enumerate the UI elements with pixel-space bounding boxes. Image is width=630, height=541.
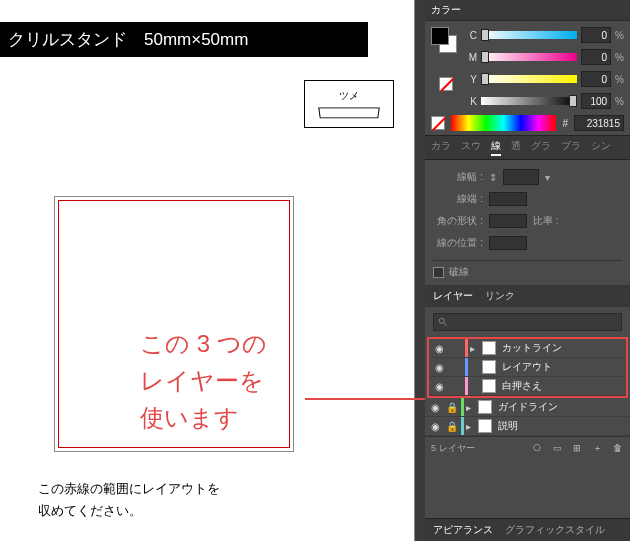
tab-color[interactable]: カラ: [431, 139, 451, 156]
caption-line1: この赤線の範囲にレイアウトを: [38, 478, 220, 500]
color-panel: C 0 % M 0 % Y 0 % K: [425, 21, 630, 135]
dash-checkbox[interactable]: [433, 267, 444, 278]
none-swatch-icon[interactable]: [439, 77, 453, 91]
fill-stroke-swatch[interactable]: [431, 27, 457, 53]
layer-row-shiroosae[interactable]: ◉ 白押さえ: [429, 377, 626, 396]
expand-caret-icon[interactable]: ▸: [470, 343, 480, 354]
create-sublayer-icon[interactable]: ⊞: [570, 441, 584, 455]
hex-value[interactable]: 231815: [574, 115, 624, 131]
locate-object-icon[interactable]: ⎔: [530, 441, 544, 455]
layer-name[interactable]: 白押さえ: [498, 379, 542, 393]
stroke-corner-label: 角の形状 :: [433, 214, 483, 228]
cyan-pct: %: [615, 30, 624, 41]
layers-panel-tabs: レイヤー リンク: [425, 285, 630, 307]
layer-row-layout[interactable]: ◉ レイアウト: [429, 358, 626, 377]
dash-label: 破線: [449, 265, 469, 279]
color-panel-title: カラー: [431, 3, 461, 17]
visibility-toggle-icon[interactable]: ◉: [427, 421, 443, 432]
tab-graphic-styles[interactable]: グラフィックスタイル: [505, 523, 605, 537]
layer-thumbnail: [478, 419, 492, 433]
canvas-area[interactable]: クリルスタンド 50mm×50mm ツメ この 3 つの レイヤーを 使います …: [0, 0, 425, 541]
layers-footer: 5 レイヤー ⎔ ▭ ⊞ ＋ 🗑: [425, 436, 630, 459]
tab-gradient[interactable]: グラ: [531, 139, 551, 156]
layer-row-guideline[interactable]: ◉ 🔒 ▸ ガイドライン: [425, 398, 630, 417]
visibility-toggle-icon[interactable]: ◉: [427, 402, 443, 413]
stroke-width-stepper-icon[interactable]: ⇕: [489, 172, 497, 183]
visibility-toggle-icon[interactable]: ◉: [431, 343, 447, 354]
layer-name[interactable]: ガイドライン: [494, 400, 558, 414]
tab-symbols[interactable]: シン: [591, 139, 611, 156]
cyan-value[interactable]: 0: [581, 27, 611, 43]
yellow-label: Y: [467, 74, 477, 85]
annotation-text: この 3 つの レイヤーを 使います: [140, 325, 267, 437]
magenta-slider-row: M 0 %: [467, 49, 624, 65]
tab-layers[interactable]: レイヤー: [433, 289, 473, 303]
layer-thumbnail: [482, 341, 496, 355]
expand-caret-icon[interactable]: ▸: [466, 421, 476, 432]
tab-appearance[interactable]: アピアランス: [433, 523, 493, 537]
delete-layer-icon[interactable]: 🗑: [610, 441, 624, 455]
panels-dock: カラー C 0 % M 0: [425, 0, 630, 541]
visibility-toggle-icon[interactable]: ◉: [431, 362, 447, 373]
cyan-label: C: [467, 30, 477, 41]
expand-caret-icon[interactable]: ▸: [466, 402, 476, 413]
tab-stroke[interactable]: 線: [491, 139, 501, 156]
doc-title-bar: クリルスタンド 50mm×50mm: [0, 22, 368, 57]
layer-search-input[interactable]: [433, 313, 622, 331]
cyan-slider-row: C 0 %: [467, 27, 624, 43]
stroke-cap-picker[interactable]: [489, 192, 527, 206]
stroke-panel-tabs: カラ スウ 線 透 グラ ブラ シン: [425, 135, 630, 160]
yellow-slider-row: Y 0 %: [467, 71, 624, 87]
svg-point-0: [439, 318, 444, 323]
visibility-toggle-icon[interactable]: ◉: [431, 381, 447, 392]
layer-thumbnail: [482, 360, 496, 374]
layer-name[interactable]: 説明: [494, 419, 518, 433]
tab-transparency[interactable]: 透: [511, 139, 521, 156]
layer-color-icon: [461, 417, 464, 435]
lock-icon[interactable]: 🔒: [445, 421, 459, 432]
layer-color-icon: [465, 339, 468, 357]
tab-swatches[interactable]: スウ: [461, 139, 481, 156]
layer-color-icon: [465, 358, 468, 376]
layer-name[interactable]: レイアウト: [498, 360, 552, 374]
annotation-pointer-line: [305, 398, 425, 400]
stroke-ratio-label: 比率 :: [533, 214, 559, 228]
tab-brushes[interactable]: ブラ: [561, 139, 581, 156]
stroke-align-picker[interactable]: [489, 236, 527, 250]
search-icon: [438, 317, 448, 327]
make-clipping-mask-icon[interactable]: ▭: [550, 441, 564, 455]
none-color-icon[interactable]: [431, 116, 445, 130]
layer-row-cutline[interactable]: ◉ ▸ カットライン: [429, 339, 626, 358]
layer-list: ◉ ▸ カットライン ◉ レイアウト ◉: [425, 337, 630, 436]
yellow-slider[interactable]: [481, 75, 577, 83]
layer-count-label: 5 レイヤー: [431, 442, 475, 455]
magenta-value[interactable]: 0: [581, 49, 611, 65]
new-layer-icon[interactable]: ＋: [590, 441, 604, 455]
stroke-width-dropdown-icon[interactable]: ▾: [545, 172, 550, 183]
tab-links[interactable]: リンク: [485, 289, 515, 303]
hex-marker: #: [562, 118, 568, 129]
black-slider[interactable]: [481, 97, 577, 105]
cyan-slider[interactable]: [481, 31, 577, 39]
layer-color-icon: [461, 398, 464, 416]
stroke-width-input[interactable]: [503, 169, 539, 185]
lock-icon[interactable]: 🔒: [445, 402, 459, 413]
layer-name[interactable]: カットライン: [498, 341, 562, 355]
magenta-slider[interactable]: [481, 53, 577, 61]
stroke-width-label: 線幅 :: [433, 170, 483, 184]
layer-row-setsumei[interactable]: ◉ 🔒 ▸ 説明: [425, 417, 630, 436]
layers-panel: レイヤー リンク ◉ ▸ カットライン ◉: [425, 285, 630, 518]
annotation-line1: この 3 つの: [140, 325, 267, 362]
appearance-panel-tabs: アピアランス グラフィックスタイル: [425, 518, 630, 541]
stroke-corner-picker[interactable]: [489, 214, 527, 228]
stroke-panel: 線幅 : ⇕ ▾ 線端 : 角の形状 : 比率 : 線の位置 : 破線: [425, 160, 630, 285]
color-spectrum[interactable]: [451, 115, 556, 131]
layer-highlight-group: ◉ ▸ カットライン ◉ レイアウト ◉: [427, 337, 628, 398]
black-value[interactable]: 100: [581, 93, 611, 109]
yellow-value[interactable]: 0: [581, 71, 611, 87]
stroke-cap-label: 線端 :: [433, 192, 483, 206]
artboard[interactable]: クリルスタンド 50mm×50mm ツメ この 3 つの レイヤーを 使います …: [0, 0, 415, 541]
annotation-line2: レイヤーを: [140, 362, 267, 399]
black-slider-row: K 100 %: [467, 93, 624, 109]
fill-swatch[interactable]: [431, 27, 449, 45]
